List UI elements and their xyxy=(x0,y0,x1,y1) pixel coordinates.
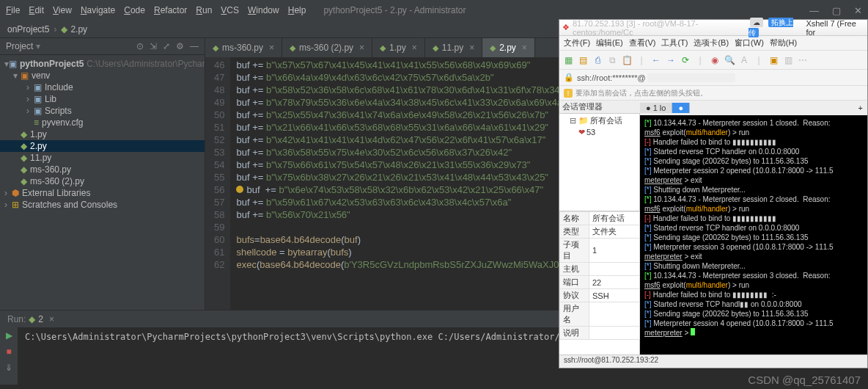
close-icon[interactable]: × xyxy=(359,43,364,53)
save-icon[interactable]: ⎙ xyxy=(592,54,603,66)
xs-menu-item[interactable]: 帮助(H) xyxy=(770,37,797,48)
tree-lib[interactable]: ›▣Lib xyxy=(0,93,205,105)
open-icon[interactable]: ▤ xyxy=(577,54,589,66)
run-tab-label[interactable]: 2 xyxy=(38,314,43,324)
close-icon[interactable]: × xyxy=(269,43,274,53)
hide-icon[interactable]: — xyxy=(190,41,199,51)
prop-val xyxy=(589,302,640,327)
font-icon[interactable]: A xyxy=(738,54,750,66)
tree-ms-360-py[interactable]: ◆ms-360.py xyxy=(0,164,205,175)
editor-tab[interactable]: ◆2.py× xyxy=(482,38,535,57)
xshell-titlebar[interactable]: ❖ 81.70.252.193 [3] - root@VM-8-17-cento… xyxy=(559,20,867,36)
more-icon[interactable]: ⋯ xyxy=(797,54,809,66)
terminal-output[interactable]: [*] 10.134.44.73 - Meterpreter session 1… xyxy=(640,115,867,355)
menu-edit[interactable]: Edit xyxy=(29,5,44,15)
breadcrumb-file[interactable]: 2.py xyxy=(70,24,87,34)
down-icon[interactable]: ⇓ xyxy=(5,363,12,373)
tree-root[interactable]: ▾▣pythonProject5C:\Users\Administrator\P… xyxy=(0,58,205,70)
session-root[interactable]: ⊟ 📁所有会话 xyxy=(559,114,639,128)
app-icon: ❖ xyxy=(562,23,570,32)
script-icon[interactable]: ▥ xyxy=(782,54,794,66)
xs-menu-item[interactable]: 文件(F) xyxy=(564,37,590,48)
menu-file[interactable]: File xyxy=(6,5,20,15)
xshell-title: 81.70.252.193 [3] - root@VM-8-17-centos:… xyxy=(573,19,749,37)
close-icon[interactable]: × xyxy=(412,43,417,53)
console-toolbar: ▶ ■ ⇓ xyxy=(0,327,18,385)
session-properties: 名称所有会话类型文件夹子项目1主机端口22协议SSH用户名说明 xyxy=(559,211,640,340)
expand-icon[interactable]: ⇲ xyxy=(150,41,157,51)
tree-11-py[interactable]: ◆11.py xyxy=(0,152,205,164)
tree-2-py[interactable]: ◆2.py xyxy=(0,140,205,152)
close-icon[interactable]: ✕ xyxy=(854,5,862,16)
menu-code[interactable]: Code xyxy=(124,5,145,15)
editor-tab[interactable]: ◆ms-360 (2).py× xyxy=(282,38,372,57)
menu-refactor[interactable]: Refactor xyxy=(154,5,187,15)
prop-val: 文件夹 xyxy=(589,225,640,239)
new-tab-button[interactable]: + xyxy=(854,103,867,112)
window-controls: — ▢ ✕ xyxy=(809,5,862,16)
xshell-addressbar[interactable]: 🔒 ssh://root:********@ xyxy=(559,70,867,86)
lock-icon: 🔒 xyxy=(564,73,574,82)
prop-icon[interactable]: ◉ xyxy=(709,54,721,66)
tree-external[interactable]: ›⬢External Libraries xyxy=(0,187,205,199)
window-title: pythonProject5 - 2.py - Administrator xyxy=(323,5,466,15)
xs-menu-item[interactable]: 工具(T) xyxy=(661,37,688,48)
breadcrumb-project[interactable]: onProject5 xyxy=(7,24,49,34)
tree-ms-360--2--py[interactable]: ◆ms-360 (2).py xyxy=(0,175,205,187)
editor-tab[interactable]: ◆ms-360.py× xyxy=(205,38,282,57)
tree-scratches[interactable]: ›⊞Scratches and Consoles xyxy=(0,199,205,211)
menu-vcs[interactable]: VCS xyxy=(221,5,239,15)
prop-val xyxy=(589,263,640,276)
menu-help[interactable]: Help xyxy=(288,5,306,15)
session-item[interactable]: ❤53 xyxy=(559,128,639,137)
python-icon: ◆ xyxy=(61,24,67,34)
reconnect-icon[interactable]: ⟳ xyxy=(680,54,691,66)
terminal-tab[interactable]: ● 1 lo xyxy=(640,103,672,113)
find-icon[interactable]: 🔍 xyxy=(724,54,735,66)
stop-icon[interactable]: ■ xyxy=(6,346,11,357)
terminal-tab[interactable]: ● xyxy=(672,103,690,113)
menu-view[interactable]: View xyxy=(53,5,72,15)
rerun-icon[interactable]: ▶ xyxy=(6,330,12,341)
close-icon[interactable]: × xyxy=(49,314,54,324)
tree-scripts[interactable]: ›▣Scripts xyxy=(0,105,205,117)
editor-tab[interactable]: ◆11.py× xyxy=(425,38,482,57)
xshell-toolbar: ▦ ▤ ⎙ ⧉ 📋 | ← → ⟳ | ◉ 🔍 A | ▣ ▥ ⋯ xyxy=(559,51,867,70)
close-icon[interactable]: × xyxy=(522,43,527,53)
cloud-icon[interactable]: ☁ xyxy=(750,18,763,27)
terminal-tabs: ● 1 lo● + xyxy=(640,101,867,115)
back-icon[interactable]: ← xyxy=(650,54,662,66)
select-opened-icon[interactable]: ⊙ xyxy=(136,41,144,51)
xs-menu-item[interactable]: 选项卡(B) xyxy=(694,37,729,48)
menu-run[interactable]: Run xyxy=(196,5,212,15)
maximize-icon[interactable]: ▢ xyxy=(832,5,841,16)
menu-window[interactable]: Window xyxy=(248,5,279,15)
menu-navigate[interactable]: Navigate xyxy=(81,5,115,15)
fwd-icon[interactable]: → xyxy=(665,54,677,66)
prop-key: 用户名 xyxy=(560,302,589,327)
tree-1-py[interactable]: ◆1.py xyxy=(0,128,205,140)
copy-icon[interactable]: ⧉ xyxy=(606,54,618,66)
hint-text: 要添加当前会话，点击左侧的箭头按钮。 xyxy=(575,88,707,98)
collapse-icon[interactable]: ⤢ xyxy=(163,41,170,51)
close-icon[interactable]: × xyxy=(469,43,474,53)
minimize-icon[interactable]: — xyxy=(809,5,819,16)
xshell-app-name: Xshell 7 (Free for xyxy=(806,19,864,37)
panel-title[interactable]: Project xyxy=(6,41,33,51)
xs-menu-item[interactable]: 查看(V) xyxy=(629,37,656,48)
tree-include[interactable]: ›▣Include xyxy=(0,81,205,93)
gear-icon[interactable]: ⚙ xyxy=(176,41,184,51)
xftp-icon[interactable]: ▣ xyxy=(768,54,779,66)
prop-key: 端口 xyxy=(560,276,589,289)
new-icon[interactable]: ▦ xyxy=(562,54,574,66)
tree-venv[interactable]: ▾▣venv xyxy=(0,70,205,81)
paste-icon[interactable]: 📋 xyxy=(621,54,633,66)
tree-pyvenv.cfg[interactable]: ≡pyvenv.cfg xyxy=(0,117,205,128)
xs-menu-item[interactable]: 编辑(E) xyxy=(596,37,623,48)
xshell-hint: ! 要添加当前会话，点击左侧的箭头按钮。 xyxy=(559,86,867,101)
xs-menu-item[interactable]: 窗口(W) xyxy=(735,37,764,48)
editor-tab[interactable]: ◆1.py× xyxy=(372,38,425,57)
xshell-window: ❖ 81.70.252.193 [3] - root@VM-8-17-cento… xyxy=(559,19,868,368)
prop-key: 协议 xyxy=(560,289,589,302)
prop-key: 类型 xyxy=(560,225,589,239)
